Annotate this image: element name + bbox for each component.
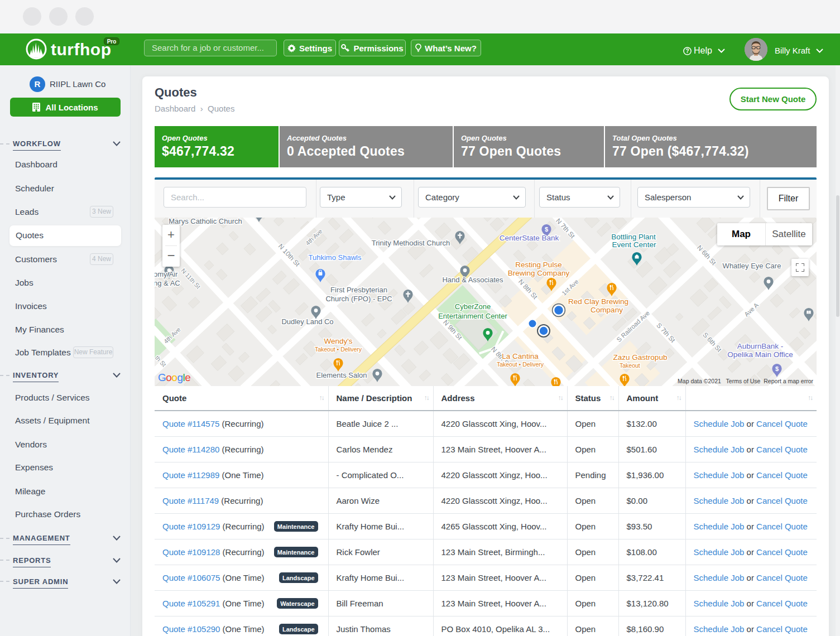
svg-text:Bottling Plant: Bottling Plant bbox=[611, 233, 656, 241]
svg-text:Event Center: Event Center bbox=[612, 240, 656, 249]
svg-text:Dudley Land Co: Dudley Land Co bbox=[281, 317, 333, 326]
svg-text:Red Clay Brewing: Red Clay Brewing bbox=[568, 297, 628, 306]
svg-text:La Cantina: La Cantina bbox=[502, 352, 539, 360]
svg-text:CyberZone: CyberZone bbox=[455, 302, 491, 311]
svg-text:Takeout: Takeout bbox=[620, 362, 640, 369]
svg-text:Wendy's: Wendy's bbox=[324, 337, 352, 345]
svg-text:omy Air: omy Air bbox=[155, 270, 178, 278]
svg-text:Resting Pulse: Resting Pulse bbox=[515, 261, 561, 269]
svg-text:Church (FPO) - EPC: Church (FPO) - EPC bbox=[325, 295, 392, 303]
svg-text:Elements Salon: Elements Salon bbox=[316, 371, 367, 379]
svg-text:Zazu Gastropub: Zazu Gastropub bbox=[613, 353, 668, 362]
svg-text:Trinity Methodist Church: Trinity Methodist Church bbox=[372, 239, 450, 247]
svg-text:Brewing Company: Brewing Company bbox=[508, 269, 570, 277]
svg-text:Whatley Eye Care: Whatley Eye Care bbox=[723, 262, 781, 270]
svg-text:Hand & Associates: Hand & Associates bbox=[442, 276, 503, 284]
svg-text:Takeout • Delivery: Takeout • Delivery bbox=[497, 361, 544, 368]
svg-text:First Presbyterian: First Presbyterian bbox=[330, 286, 387, 294]
svg-text:CenterState Bank: CenterState Bank bbox=[500, 234, 559, 242]
svg-text:?: ? bbox=[685, 48, 689, 54]
svg-text:$: $ bbox=[775, 365, 779, 372]
svg-text:Takeout • Delivery: Takeout • Delivery bbox=[315, 346, 362, 353]
svg-text:Entertainment Center: Entertainment Center bbox=[438, 312, 507, 320]
svg-text:$: $ bbox=[545, 226, 548, 233]
svg-text:Marys Catholic Church: Marys Catholic Church bbox=[169, 218, 242, 225]
svg-text:ng & AC: ng & AC bbox=[155, 279, 180, 287]
svg-text:Opelika Main Office: Opelika Main Office bbox=[727, 350, 793, 359]
svg-text:AuburnBank -: AuburnBank - bbox=[737, 342, 784, 350]
svg-text:Company: Company bbox=[591, 306, 623, 314]
svg-text:Tuhkimo Shawls: Tuhkimo Shawls bbox=[309, 253, 362, 262]
